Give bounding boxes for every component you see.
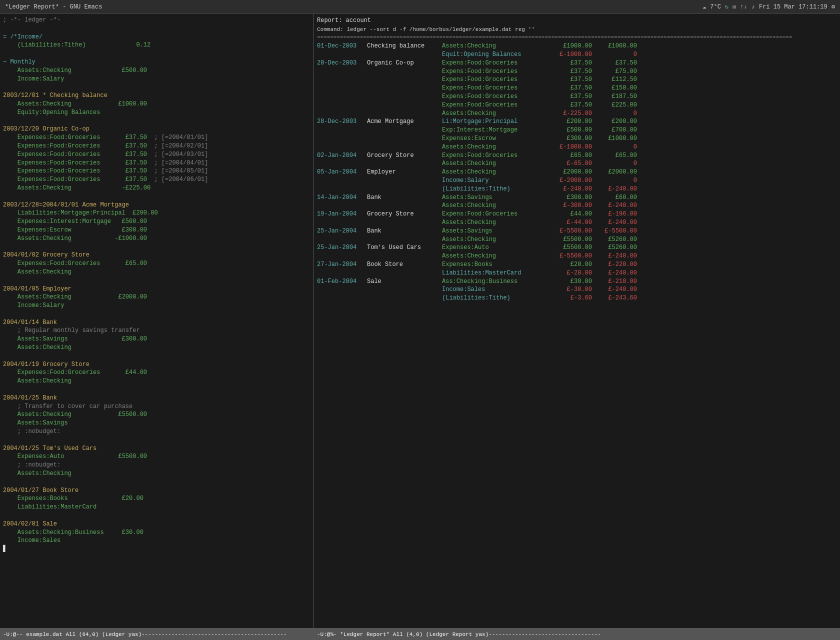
report-row: Expenses:Escrow£300.00£1000.00 [317,134,837,143]
left-pane: ; -*- ledger -*- = /*Income/ (Liabilitie… [0,14,314,628]
entry-desc: Bank [367,227,442,236]
entry-desc [367,110,442,118]
entry-balance: £75.00 [592,68,637,76]
tx4-header: 2004/01/02 Grocery Store [3,252,90,258]
system-info: ☁ 7°C ↻ ✉ ↑↓ ♪ Fri 15 Mar 17:11:19 ⚙ [702,3,835,10]
report-row: 28-Dec-2003 Acme Mortgage Li:Mortgage:Pr… [317,118,837,126]
tx11-header: 2004/02/01 Sale [3,520,57,528]
report-row: 20-Dec-2003 Organic Co-op Expens:Food:Gr… [317,59,837,68]
tx1-equity: Equity:Opening Balances [3,109,100,116]
entry-account: Assets:Checking [442,202,547,210]
tx1-checking: Assets:Checking £1000.00 [3,100,147,108]
tx4-checking: Assets:Checking [3,268,72,276]
entry-balance: £700.00 [592,126,637,134]
tx6-savings: Assets:Savings £300.00 [3,336,147,342]
entry-desc [367,202,442,210]
entry-balance: £187.50 [592,92,637,101]
entry-desc: Grocery Store [367,210,442,218]
entry-date [317,92,367,101]
entry-amount: £5500.00 [547,236,592,244]
tx3-interest: Expenses:Interest:Mortgage £500.00 [3,218,147,225]
entry-date [317,110,367,118]
entry-amount: £2000.00 [547,168,592,176]
datetime: Fri 15 Mar 17:11:19 [759,4,828,10]
entry-desc: Acme Mortgage [367,118,442,126]
entry-date: 02-Jan-2004 [317,152,367,160]
entry-date: 25-Jan-2004 [317,227,367,236]
entry-account: Equit:Opening Balances [442,50,547,59]
entry-balance: £-243.60 [592,294,637,302]
tx4-groc: Expenses:Food:Groceries £65.00 [3,260,147,267]
entry-desc [367,134,442,143]
entry-desc [367,50,442,59]
entry-date: 05-Jan-2004 [317,168,367,176]
tx3-escrow: Expenses:Escrow £300.00 [3,226,147,234]
entry-account: Expens:Food:Groceries [442,101,547,110]
entry-account: Expens:Food:Groceries [442,59,547,68]
entry-amount: £1000.00 [547,42,592,50]
entry-desc [367,218,442,227]
entry-account: Assets:Checking [442,160,547,168]
reload-icon[interactable]: ↻ [725,3,728,10]
entry-account: Assets:Checking [442,236,547,244]
account-assets-checking-monthly: Assets:Checking £500.00 [3,67,147,74]
report-header-line: Report: account [317,16,837,25]
report-row: (Liabilities:Tithe)£-240.00£-240.00 [317,185,837,194]
report-row: Expens:Food:Groceries£37.50£150.00 [317,84,837,92]
report-row: 27-Jan-2004 Book Store Expenses:Books£20… [317,260,837,269]
entry-account: Expenses:Auto [442,244,547,252]
mail-icon: ✉ [732,3,736,10]
entry-date [317,134,367,143]
tx2-comment2: ; [=2004/02/01] [154,142,208,150]
report-row: 02-Jan-2004 Grocery Store Expens:Food:Gr… [317,152,837,160]
window-title: *Ledger Report* - GNU Emacs [5,4,102,10]
report-row: Assets:Checking£-65.000 [317,160,837,168]
entry-amount: £37.50 [547,76,592,84]
tx10-books: Expenses:Books £20.00 [3,495,144,502]
entry-date: 01-Dec-2003 [317,42,367,50]
tx7-header: 2004/01/19 Grocery Store [3,361,90,368]
report-row: Liabilities:MasterCard£-20.00£-240.00 [317,269,837,278]
entry-amount: £37.50 [547,59,592,68]
tx2-comment3: ; [=2004/03/01] [154,151,208,158]
tx5-salary: Income:Salary [3,302,64,309]
entry-date [317,68,367,76]
entry-account: Expens:Food:Groceries [442,210,547,218]
entry-desc: Checking balance [367,42,442,50]
settings-icon[interactable]: ⚙ [832,3,835,10]
tx7-checking: Assets:Checking [3,378,72,384]
entry-amount: £30.00 [547,278,592,286]
report-row: 19-Jan-2004 Grocery Store Expens:Food:Gr… [317,210,837,218]
entry-date [317,76,367,84]
entry-balance: 0 [592,176,637,185]
entry-account: Exp:Interest:Mortgage [442,126,547,134]
tx8-savings: Assets:Savings [3,420,68,426]
entry-account: Income:Salary [442,176,547,185]
entry-date [317,50,367,59]
entry-date [317,126,367,134]
entry-balance: £-240.00 [592,269,637,278]
entry-account: Assets:Checking [442,143,547,152]
entry-desc [367,92,442,101]
entry-amount: £-5500.00 [547,252,592,260]
tx8-header: 2004/01/25 Bank [3,394,57,402]
entry-amount: £-1000.00 [547,50,592,59]
entry-account: Assets:Checking [442,218,547,227]
entry-date: 27-Jan-2004 [317,260,367,269]
entry-date [317,252,367,260]
entry-desc: Organic Co-op [367,59,442,68]
entry-date [317,84,367,92]
entry-account: Expens:Food:Groceries [442,76,547,84]
tx10-mastercard: Liabilities:MasterCard [3,504,96,510]
entry-balance: £-220.00 [592,260,637,269]
entry-balance: £200.00 [592,118,637,126]
entry-balance: £37.50 [592,59,637,68]
report-row: Exp:Interest:Mortgage£500.00£700.00 [317,126,837,134]
tx2-comment1: ; [=2004/01/01] [154,134,208,141]
entry-balance: £-240.00 [592,286,637,294]
tx9-nobudget: ; :nobudget: [3,462,60,468]
report-row: Assets:Checking£5500.00£5260.00 [317,236,837,244]
rule-income: = /*Income/ [3,34,42,40]
entry-desc [367,76,442,84]
entry-date: 20-Dec-2003 [317,59,367,68]
